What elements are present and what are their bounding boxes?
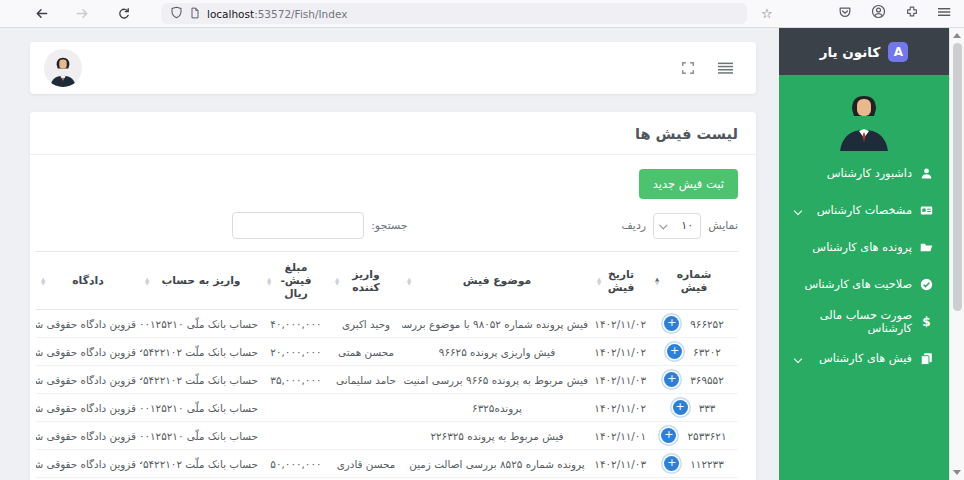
user-icon xyxy=(920,167,933,180)
url-text: localhost:53572/Fish/Index xyxy=(207,8,347,20)
dollar-icon: $ xyxy=(920,315,933,328)
sidebar: A کانون یار داشبورد کارشناسمشخصات کارشنا… xyxy=(779,28,949,480)
length-prefix-label: نمایش xyxy=(708,219,738,232)
table-body: ۹۶۶۲۵۲+۱۴۰۲/۱۱/۰۲فیش پرونده شماره ۹۸۰۵۲ … xyxy=(36,310,738,480)
brand-logo-icon: A xyxy=(888,42,908,62)
top-header-bar xyxy=(30,42,756,94)
bookmark-star-icon[interactable]: ☆ xyxy=(761,7,773,20)
column-header-4[interactable]: مبلغ فیش-ریال▲▼ xyxy=(262,252,330,310)
sidebar-item-label: صلاحیت های کارشناس xyxy=(804,278,912,291)
table-cell: ۱۴۰۲/۱۱/۰۳ xyxy=(592,450,650,478)
table-cell: قزوین دادگاه حقوقی شعبه ۱ xyxy=(36,338,140,366)
new-fish-button[interactable]: ثبت فیش جدید xyxy=(639,169,738,199)
menu-icon[interactable] xyxy=(938,4,952,23)
table-header-row: شماره فیش▲▼تاریخ فیش▲▼موضوع فیش▲▼واریز ک… xyxy=(36,252,738,310)
table-cell: حساب بانک ملّی ۱۰۰۱۲۵۲۱۰ xyxy=(140,422,262,450)
table-cell: ۱۴۰۲/۱۱/۰۳ xyxy=(592,366,650,394)
expand-row-button[interactable]: + xyxy=(664,456,679,471)
search-control: جستجو: xyxy=(232,212,407,239)
table-cell: قزوین دادگاه حقوقی شعبه ۱ xyxy=(36,450,140,478)
page-length-select[interactable]: ۱۰ xyxy=(653,213,701,239)
table-cell: حساب بانک ملّی ۱۰۰۱۲۵۲۱۰ xyxy=(140,394,262,422)
column-header-1[interactable]: تاریخ فیش▲▼ xyxy=(592,252,650,310)
scroll-up-arrow-icon[interactable] xyxy=(953,33,961,38)
expand-row-button[interactable]: + xyxy=(664,316,679,331)
sort-icons: ▲▼ xyxy=(335,276,339,285)
sidebar-item-2[interactable]: پرونده های کارشناس xyxy=(779,229,949,266)
fish-table: شماره فیش▲▼تاریخ فیش▲▼موضوع فیش▲▼واریز ک… xyxy=(36,251,738,480)
table-cell: حساب بانک ملّت ۶۰۱۲۵۴۲۲۱۰۲ xyxy=(140,366,262,394)
table-cell: حامد سلیمانی xyxy=(330,366,402,394)
table-cell xyxy=(262,394,330,422)
sort-icons: ▲▼ xyxy=(655,276,659,285)
sidebar-item-0[interactable]: داشبورد کارشناس xyxy=(779,155,949,192)
table-row: ۳۶۹۵۵۲+۱۴۰۲/۱۱/۰۳فیش مربوط به پرونده ۹۶۶… xyxy=(36,366,738,394)
pocket-icon[interactable] xyxy=(838,4,852,23)
sidebar-item-label: مشخصات کارشناس xyxy=(817,204,912,217)
table-cell: ۳۵,۰۰۰,۰۰۰ xyxy=(262,366,330,394)
table-cell: حساب بانک ملّت ۶۰۱۲۵۴۲۲۱۰۲ xyxy=(140,338,262,366)
length-suffix-label: ردیف xyxy=(621,219,646,232)
page-title: لیست فیش ها xyxy=(48,126,738,142)
sidebar-item-3[interactable]: صلاحیت های کارشناس xyxy=(779,266,949,303)
expand-row-button[interactable]: + xyxy=(667,344,682,359)
sidebar-item-1[interactable]: مشخصات کارشناس xyxy=(779,192,949,229)
sidebar-item-label: پرونده های کارشناس xyxy=(812,241,912,254)
chevron-down-icon xyxy=(794,206,802,214)
back-icon[interactable] xyxy=(34,6,49,21)
account-icon[interactable] xyxy=(871,4,886,23)
column-header-2[interactable]: موضوع فیش▲▼ xyxy=(402,252,592,310)
search-label: جستجو: xyxy=(371,219,407,232)
table-cell: وحید اکبری xyxy=(330,310,402,338)
table-cell xyxy=(330,422,402,450)
column-header-5[interactable]: واریز به حساب▲▼ xyxy=(140,252,262,310)
expert-avatar xyxy=(829,81,899,151)
table-cell: ۲۰,۰۰۰,۰۰۰ xyxy=(262,338,330,366)
reload-icon[interactable] xyxy=(116,6,131,21)
table-cell: حساب بانک ملّی ۱۰۰۱۲۵۲۱۰ xyxy=(140,310,262,338)
page-info-icon[interactable] xyxy=(189,4,201,23)
url-bar[interactable]: localhost:53572/Fish/Index xyxy=(161,3,747,24)
table-cell xyxy=(262,422,330,450)
table-cell: فیش پرونده شماره ۹۸۰۵۲ با موضوع بررسی شب… xyxy=(402,310,592,338)
sort-icons: ▲▼ xyxy=(41,276,45,285)
sidebar-item-label: صورت حساب مالی کارشناس xyxy=(795,309,912,335)
expand-row-button[interactable]: + xyxy=(661,428,676,443)
table-cell: ۱۴۰۲/۱۱/۰۱ xyxy=(592,422,650,450)
brand-header: A کانون یار xyxy=(779,28,949,75)
table-cell xyxy=(330,394,402,422)
table-row: ۶۳۲۰۲+۱۴۰۲/۱۱/۰۲فیش واریزی پرونده ۹۶۶۲۵م… xyxy=(36,338,738,366)
table-cell: ۱۴۰۲/۱۱/۰۲ xyxy=(592,338,650,366)
shield-icon[interactable] xyxy=(170,4,183,23)
window-scrollbar[interactable] xyxy=(949,28,964,480)
sidebar-item-4[interactable]: $صورت حساب مالی کارشناس xyxy=(779,303,949,340)
column-header-0[interactable]: شماره فیش▲▼ xyxy=(650,252,738,310)
table-cell: محسن قادری xyxy=(330,450,402,478)
table-cell: قزوین دادگاه حقوقی شعبه ۲ xyxy=(36,422,140,450)
search-input[interactable] xyxy=(232,212,364,239)
column-header-6[interactable]: دادگاه▲▼ xyxy=(36,252,140,310)
folder-icon xyxy=(920,241,933,254)
column-header-3[interactable]: واریز کننده▲▼ xyxy=(330,252,402,310)
sort-icons: ▲▼ xyxy=(267,276,271,285)
table-cell: پرونده شماره ۸۵۲۵ بررسی اصالت زمین xyxy=(402,450,592,478)
table-row: ۳۳۳+۱۴۰۲/۱۱/۰۲پرونده۶۳۲۵حساب بانک ملّی ۱… xyxy=(36,394,738,422)
chevron-down-icon xyxy=(659,221,667,229)
scrollbar-thumb[interactable] xyxy=(953,43,962,311)
forward-icon[interactable] xyxy=(75,6,90,21)
fullscreen-icon[interactable] xyxy=(680,60,696,76)
scroll-down-arrow-icon[interactable] xyxy=(953,470,961,475)
sidebar-item-5[interactable]: فیش های کارشناس xyxy=(779,340,949,377)
extensions-icon[interactable] xyxy=(905,4,919,23)
sidebar-toggle-icon[interactable] xyxy=(718,60,734,76)
main-content: لیست فیش ها ثبت فیش جدید نمایش ۱۰ ردیف ج… xyxy=(0,28,779,480)
expand-row-button[interactable]: + xyxy=(664,372,679,387)
check-circle-icon xyxy=(920,278,933,291)
table-cell: ۱۱۲۲۳۳+ xyxy=(650,450,738,478)
page-length-control: نمایش ۱۰ ردیف xyxy=(621,213,738,239)
table-cell: ۱۴۰۲/۱۱/۰۲ xyxy=(592,310,650,338)
table-cell: ۳۳۳+ xyxy=(650,394,738,422)
user-avatar[interactable] xyxy=(44,49,82,87)
sort-icons: ▲▼ xyxy=(407,276,411,285)
expand-row-button[interactable]: + xyxy=(673,400,688,415)
